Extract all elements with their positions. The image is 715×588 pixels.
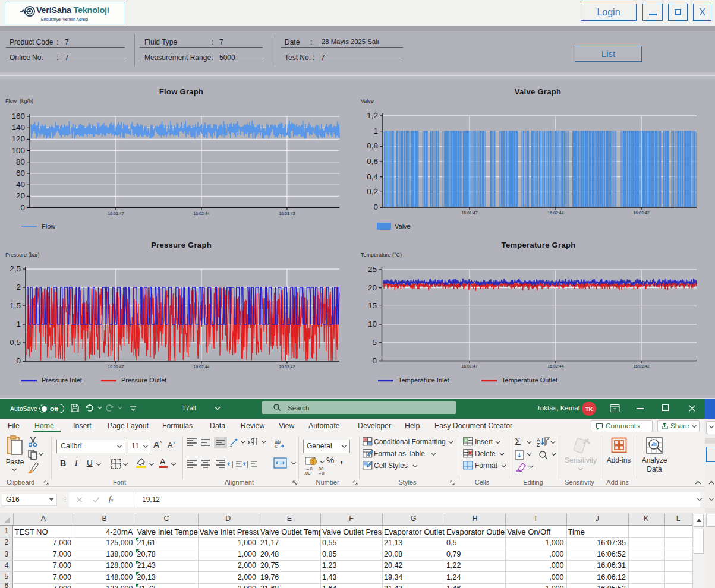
svg-text:$: $ [311, 459, 314, 464]
svg-text:c: c [275, 443, 278, 448]
svg-text:Z: Z [537, 442, 540, 447]
svg-text:.00: .00 [304, 470, 310, 475]
svg-text:→0: →0 [317, 470, 325, 475]
